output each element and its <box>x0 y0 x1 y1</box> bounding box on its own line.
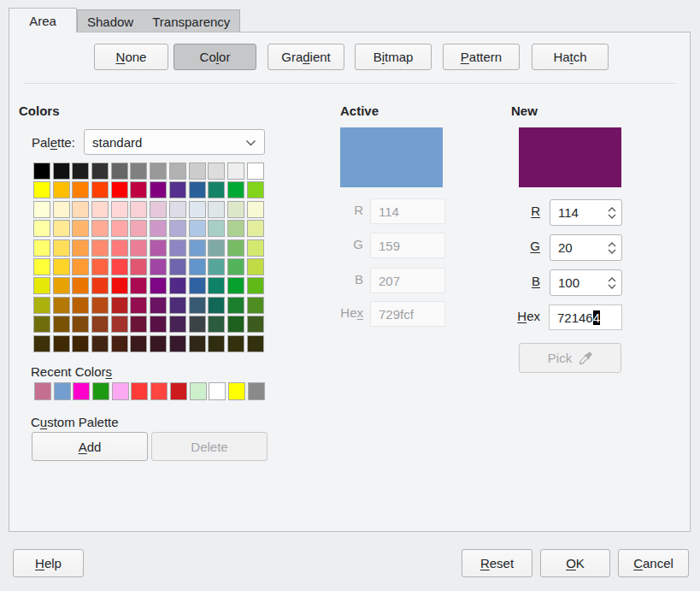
fill-none-button[interactable]: None <box>94 44 168 70</box>
color-swatch[interactable] <box>208 220 225 237</box>
color-swatch[interactable] <box>169 277 186 294</box>
new-g-spinner[interactable]: 20 <box>550 234 622 261</box>
color-swatch[interactable] <box>169 181 186 198</box>
color-swatch[interactable] <box>227 239 244 257</box>
color-swatch[interactable] <box>247 335 264 352</box>
color-swatch[interactable] <box>53 277 70 294</box>
color-swatch[interactable] <box>247 258 264 275</box>
color-swatch[interactable] <box>169 220 186 237</box>
color-swatch[interactable] <box>53 239 70 257</box>
color-swatch[interactable] <box>33 239 50 257</box>
color-swatch[interactable] <box>33 258 50 275</box>
color-swatch[interactable] <box>189 258 206 275</box>
color-swatch[interactable] <box>227 163 244 180</box>
color-swatch[interactable] <box>150 335 167 352</box>
color-swatch[interactable] <box>227 297 244 314</box>
color-swatch[interactable] <box>53 316 70 333</box>
color-swatch[interactable] <box>247 181 264 198</box>
color-swatch[interactable] <box>150 163 167 180</box>
fill-gradient-button[interactable]: Gradient <box>268 44 344 70</box>
color-swatch[interactable] <box>91 220 109 237</box>
color-swatch[interactable] <box>150 181 167 198</box>
palette-select[interactable]: standard <box>84 129 265 155</box>
color-swatch[interactable] <box>130 220 147 237</box>
color-swatch[interactable] <box>53 181 70 198</box>
color-swatch[interactable] <box>72 258 89 275</box>
fill-bitmap-button[interactable]: Bitmap <box>355 44 432 70</box>
color-swatch[interactable] <box>33 220 50 237</box>
color-swatch[interactable] <box>72 335 89 352</box>
new-r-spinner[interactable]: 114 <box>550 199 622 226</box>
color-swatch[interactable] <box>247 163 264 180</box>
color-swatch[interactable] <box>227 201 244 218</box>
spin-down-icon[interactable] <box>608 284 616 289</box>
color-swatch[interactable] <box>208 239 225 257</box>
color-swatch[interactable] <box>111 316 128 333</box>
color-swatch[interactable] <box>189 163 206 180</box>
tab-shadow[interactable]: Shadow <box>78 15 143 29</box>
color-swatch[interactable] <box>130 239 147 257</box>
color-swatch[interactable] <box>208 181 225 198</box>
spin-down-icon[interactable] <box>608 214 616 219</box>
color-swatch[interactable] <box>247 220 264 237</box>
fill-hatch-button[interactable]: Hatch <box>532 44 609 70</box>
color-swatch[interactable] <box>92 382 109 400</box>
color-swatch[interactable] <box>208 163 225 180</box>
color-swatch[interactable] <box>130 277 147 294</box>
add-button[interactable]: Add <box>32 432 148 461</box>
spin-up-icon[interactable] <box>608 207 616 212</box>
color-swatch[interactable] <box>247 297 264 314</box>
spin-down-icon[interactable] <box>608 249 616 254</box>
color-swatch[interactable] <box>130 163 147 180</box>
color-swatch[interactable] <box>72 316 89 333</box>
color-swatch[interactable] <box>130 335 147 352</box>
color-swatch[interactable] <box>33 277 50 294</box>
color-swatch[interactable] <box>111 335 128 352</box>
color-swatch[interactable] <box>169 335 186 352</box>
color-swatch[interactable] <box>208 258 225 275</box>
color-swatch[interactable] <box>131 382 148 400</box>
color-swatch[interactable] <box>72 297 89 314</box>
color-swatch[interactable] <box>111 239 128 257</box>
color-swatch[interactable] <box>208 201 225 218</box>
color-swatch[interactable] <box>130 316 147 333</box>
color-swatch[interactable] <box>130 201 147 218</box>
color-swatch[interactable] <box>130 258 147 275</box>
color-swatch[interactable] <box>209 382 226 400</box>
color-swatch[interactable] <box>53 258 70 275</box>
color-swatch[interactable] <box>169 297 186 314</box>
color-swatch[interactable] <box>189 220 206 237</box>
color-swatch[interactable] <box>111 258 128 275</box>
color-swatch[interactable] <box>170 382 187 400</box>
color-swatch[interactable] <box>208 277 225 294</box>
color-swatch[interactable] <box>53 201 70 218</box>
color-swatch[interactable] <box>33 201 50 218</box>
color-swatch[interactable] <box>111 201 128 218</box>
color-swatch[interactable] <box>227 258 244 275</box>
color-swatch[interactable] <box>169 163 186 180</box>
new-b-spinner[interactable]: 100 <box>550 269 622 296</box>
color-swatch[interactable] <box>189 201 206 218</box>
color-swatch[interactable] <box>53 163 70 180</box>
color-swatch[interactable] <box>91 297 109 314</box>
color-swatch[interactable] <box>111 277 128 294</box>
color-swatch[interactable] <box>111 220 128 237</box>
color-swatch[interactable] <box>111 163 128 180</box>
color-swatch[interactable] <box>247 316 264 333</box>
color-swatch[interactable] <box>54 382 71 400</box>
color-swatch[interactable] <box>208 335 225 352</box>
color-swatch[interactable] <box>72 220 89 237</box>
color-swatch[interactable] <box>33 316 50 333</box>
color-swatch[interactable] <box>91 181 109 198</box>
color-swatch[interactable] <box>111 297 128 314</box>
color-swatch[interactable] <box>53 335 70 352</box>
color-swatch[interactable] <box>150 220 167 237</box>
color-swatch[interactable] <box>91 277 109 294</box>
color-swatch[interactable] <box>72 239 89 257</box>
color-swatch[interactable] <box>227 316 244 333</box>
color-swatch[interactable] <box>248 382 265 400</box>
new-hex-input[interactable]: 721464 <box>549 304 622 330</box>
color-swatch[interactable] <box>169 258 186 275</box>
color-swatch[interactable] <box>91 335 109 352</box>
color-swatch[interactable] <box>247 201 264 218</box>
